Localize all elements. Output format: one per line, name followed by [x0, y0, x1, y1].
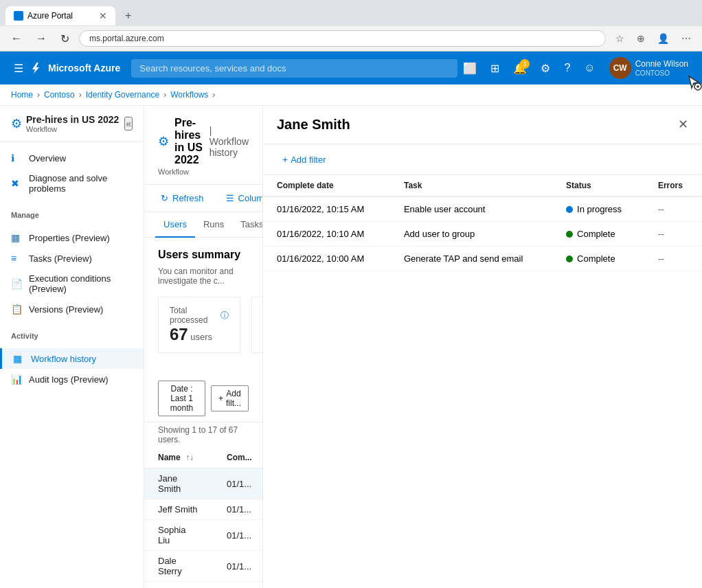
detail-close-button[interactable]: ✕	[678, 117, 688, 132]
breadcrumb-contoso[interactable]: Contoso	[44, 90, 75, 100]
breadcrumb-home[interactable]: Home	[11, 90, 33, 100]
stat-total-label: Total processed ⓘ	[170, 306, 229, 325]
main-layout: ⚙ Pre-hires in US 2022 Workflow « ℹ Over…	[0, 106, 702, 588]
date-filter-button[interactable]: Date : Last 1 month	[158, 381, 205, 416]
refresh-button[interactable]: ↻ Refresh	[155, 190, 210, 206]
table-row[interactable]: Sophia Liu 01/1...	[144, 520, 262, 551]
forward-button[interactable]: →	[32, 31, 51, 46]
user-menu[interactable]: CW Connie Wilson CONTOSO	[604, 54, 694, 82]
task-complete-date: 01/16/2022, 10:00 AM	[263, 247, 390, 271]
stat-total-value: 67	[170, 325, 188, 343]
azure-favicon	[14, 11, 23, 21]
stat-successful: Successful 46 users	[251, 297, 262, 353]
azure-logo-text: Microsoft Azure	[48, 63, 120, 74]
detail-panel: Jane Smith ✕ + Add filter Complete date	[262, 106, 702, 588]
sidebar-item-label-workflow-history: Workflow history	[31, 354, 96, 364]
sidebar: ⚙ Pre-hires in US 2022 Workflow « ℹ Over…	[0, 106, 144, 588]
sidebar-item-execution[interactable]: 📄 Execution conditions (Preview)	[0, 269, 144, 299]
browser-extension-icon[interactable]: ⊕	[633, 31, 649, 46]
table-row[interactable]: Jeff Smith 01/1...	[144, 499, 262, 520]
sidebar-item-audit-logs[interactable]: 📊 Audit logs (Preview)	[0, 369, 144, 389]
sidebar-item-workflow-history[interactable]: ▦ Workflow history	[0, 348, 144, 369]
browser-nav-bar: ← → ↻ ☆ ⊕ 👤 ⋯	[0, 26, 702, 52]
add-filter-users-button[interactable]: + Add filt...	[211, 385, 249, 411]
sidebar-item-label-properties: Properties (Preview)	[29, 233, 110, 243]
global-search-input[interactable]	[131, 59, 457, 78]
user-date-cell: 01/1...	[213, 582, 262, 589]
page-workflow-icon: ⚙	[158, 134, 169, 149]
sidebar-workflow-name: Pre-hires in US 2022	[26, 114, 119, 125]
detail-col-status: Status	[552, 175, 644, 196]
sidebar-item-properties[interactable]: ▦ Properties (Preview)	[0, 227, 144, 248]
user-org: CONTOSO	[635, 69, 688, 77]
cloud-shell-icon[interactable]: ⬜	[457, 58, 482, 79]
sidebar-item-diagnose[interactable]: ✖ Diagnose and solve problems	[0, 168, 144, 199]
page-header-row: ⚙ Pre-hires in US 2022 | Workflow histor…	[158, 117, 249, 166]
browser-menu-icon[interactable]: ⋯	[677, 31, 695, 46]
notifications-icon[interactable]: 🔔 1	[508, 58, 532, 79]
sidebar-item-label-execution: Execution conditions (Preview)	[29, 273, 133, 294]
task-status: In progress	[552, 196, 644, 222]
properties-icon: ▦	[11, 232, 22, 243]
refresh-browser-button[interactable]: ↻	[56, 31, 73, 47]
col-header-date: Com...	[213, 447, 262, 468]
task-errors: --	[644, 222, 702, 247]
column-button[interactable]: ☰ Column	[220, 190, 262, 206]
detail-table-row: 01/16/2022, 10:10 AM Add user to group C…	[263, 222, 702, 247]
workflow-history-divider: | Workflow history	[210, 125, 249, 158]
sidebar-item-tasks[interactable]: ≡ Tasks (Preview)	[0, 248, 144, 269]
detail-add-filter-button[interactable]: + Add filter	[277, 151, 332, 168]
tab-close-icon[interactable]: ✕	[99, 10, 107, 21]
stat-total-row: 67 users	[170, 325, 229, 344]
star-icon[interactable]: ☆	[611, 31, 629, 46]
sidebar-nav-section: ℹ Overview ✖ Diagnose and solve problems	[0, 142, 144, 204]
status-dot	[566, 206, 573, 213]
table-row[interactable]: Dale Sterry 01/1...	[144, 551, 262, 582]
sidebar-header: ⚙ Pre-hires in US 2022 Workflow «	[0, 106, 144, 142]
refresh-icon: ↻	[161, 193, 168, 203]
workflow-icon: ⚙	[11, 116, 22, 131]
table-row[interactable]: Jane Smith 01/1...	[144, 468, 262, 499]
task-name: Enable user account	[390, 196, 552, 222]
sidebar-item-label-audit-logs: Audit logs (Preview)	[29, 374, 109, 385]
tab-runs[interactable]: Runs	[195, 212, 232, 238]
breadcrumb-sep-2: ›	[79, 90, 82, 100]
table-row[interactable]: Gerry John 01/1...	[144, 582, 262, 589]
task-complete-date: 01/16/2022, 10:15 AM	[263, 196, 390, 222]
sidebar-collapse-button[interactable]: «	[124, 117, 133, 131]
summary-section: Users summary You can monitor and invest…	[144, 238, 262, 375]
sidebar-workflow-subtitle: Workflow	[26, 125, 119, 133]
feedback-icon[interactable]: ☺	[578, 58, 600, 78]
tab-tasks[interactable]: Tasks	[232, 212, 262, 238]
tab-users[interactable]: Users	[155, 212, 195, 238]
task-name: Add user to group	[390, 222, 552, 247]
detail-col-errors: Errors	[644, 175, 702, 196]
back-button[interactable]: ←	[7, 31, 26, 46]
directory-icon[interactable]: ⊞	[485, 58, 505, 79]
browser-tab-active[interactable]: Azure Portal ✕	[5, 6, 115, 25]
detail-panel-title: Jane Smith	[277, 117, 350, 133]
showing-text: Showing 1 to 17 of 67 users.	[144, 422, 262, 447]
browser-tab-bar: Azure Portal ✕ +	[0, 0, 702, 26]
task-complete-date: 01/16/2022, 10:10 AM	[263, 222, 390, 247]
stat-total-processed: Total processed ⓘ 67 users	[158, 297, 240, 353]
info-icon: ⓘ	[220, 310, 229, 321]
sort-name-icon[interactable]: ↑↓	[185, 453, 194, 462]
hamburger-menu[interactable]: ☰	[8, 58, 29, 79]
diagnose-icon: ✖	[11, 178, 22, 189]
new-tab-button[interactable]: +	[118, 5, 138, 26]
breadcrumb-workflows[interactable]: Workflows	[170, 90, 208, 100]
settings-icon[interactable]: ⚙	[535, 58, 556, 79]
user-name-cell: Jeff Smith	[144, 499, 213, 520]
breadcrumb: Home › Contoso › Identity Governance › W…	[0, 84, 702, 106]
breadcrumb-identity-governance[interactable]: Identity Governance	[86, 90, 159, 100]
page-content: ⚙ Pre-hires in US 2022 | Workflow histor…	[144, 106, 262, 588]
address-bar[interactable]	[79, 30, 606, 47]
sidebar-item-versions[interactable]: 📋 Versions (Preview)	[0, 299, 144, 319]
workflow-name-header: Pre-hires in US 2022	[174, 117, 204, 166]
help-icon[interactable]: ?	[558, 58, 576, 78]
detail-filter-bar: + Add filter	[263, 144, 702, 175]
browser-user-icon[interactable]: 👤	[653, 31, 673, 46]
sidebar-item-overview[interactable]: ℹ Overview	[0, 148, 144, 168]
user-date-cell: 01/1...	[213, 551, 262, 582]
